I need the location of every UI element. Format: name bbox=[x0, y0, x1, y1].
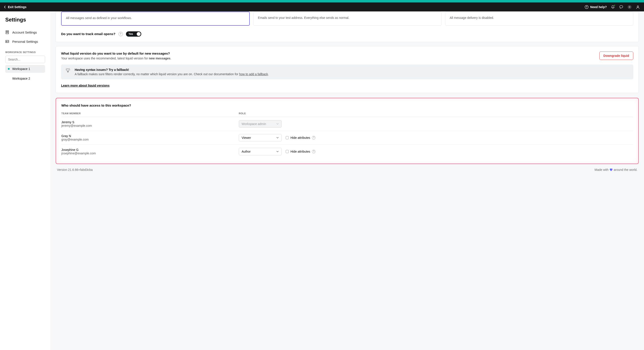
svg-point-10 bbox=[6, 41, 7, 42]
track-email-row: Do you want to track email opens? ? Yes bbox=[61, 31, 633, 37]
exit-settings-label: Exit Settings bbox=[8, 5, 26, 9]
top-teal-bar bbox=[0, 0, 644, 3]
liquid-subtitle: Your workspace uses the recommended, lat… bbox=[61, 57, 171, 60]
inactive-dot-icon bbox=[8, 78, 10, 79]
sidebar-item-personal[interactable]: Personal Settings bbox=[5, 37, 50, 46]
made-prefix: Made with bbox=[594, 168, 610, 171]
member-row: Jeremy S jeremy@example.com Workspace ad… bbox=[61, 117, 633, 131]
sidebar-item-label: Account Settings bbox=[12, 31, 37, 34]
add-fallback-link[interactable]: how to add a fallback bbox=[239, 72, 268, 76]
member-email: gray@example.com bbox=[61, 138, 239, 141]
svg-rect-7 bbox=[6, 32, 7, 33]
col-header-role: ROLE bbox=[239, 112, 282, 115]
hide-attributes-option[interactable]: Hide attributes ? bbox=[286, 150, 316, 153]
sidebar-item-account[interactable]: Account Settings bbox=[5, 28, 50, 37]
chat-button[interactable] bbox=[619, 5, 624, 9]
svg-point-1 bbox=[586, 8, 587, 8]
notifications-button[interactable] bbox=[611, 5, 615, 9]
help-circle-icon bbox=[585, 5, 588, 9]
main-content: All messages send as defined in your wor… bbox=[50, 12, 644, 350]
liquid-sub-suffix: . bbox=[170, 57, 171, 60]
chevron-down-icon bbox=[276, 123, 279, 125]
workspace-label: Workspace 2 bbox=[12, 77, 30, 80]
svg-point-3 bbox=[637, 6, 638, 7]
downgrade-liquid-button[interactable]: Downgrade liquid bbox=[599, 52, 633, 60]
liquid-sub-bold: new messages bbox=[149, 57, 170, 60]
nav-right: Need help? bbox=[585, 5, 640, 9]
top-nav: Exit Settings Need help? bbox=[0, 3, 644, 12]
help-icon[interactable]: ? bbox=[312, 136, 316, 139]
version-text: Version 21.6.66+fabd3cba bbox=[57, 168, 93, 171]
syntax-tip-box: Having syntax issues? Try a fallback! A … bbox=[61, 65, 633, 79]
member-email: jeremy@example.com bbox=[61, 124, 239, 127]
hide-attributes-option[interactable]: Hide attributes ? bbox=[286, 136, 316, 139]
exit-settings-button[interactable]: Exit Settings bbox=[4, 5, 26, 9]
sidebar-workspace-2[interactable]: Workspace 2 bbox=[5, 75, 45, 82]
tip-title: Having syntax issues? Try a fallback! bbox=[75, 68, 269, 72]
workspace-search-input[interactable] bbox=[5, 56, 45, 63]
delivery-card: All messages send as defined in your wor… bbox=[56, 12, 639, 42]
access-card: Who should have access to this workspace… bbox=[56, 98, 639, 164]
chevron-down-icon bbox=[276, 136, 279, 139]
delivery-option-normal[interactable]: All messages send as defined in your wor… bbox=[61, 12, 250, 26]
chevron-left-icon bbox=[4, 6, 6, 9]
footer: Version 21.6.66+fabd3cba Made with aroun… bbox=[56, 164, 639, 172]
role-value: Workspace admin bbox=[242, 122, 266, 126]
id-card-icon bbox=[5, 40, 9, 43]
svg-rect-9 bbox=[6, 40, 9, 43]
role-select-viewer[interactable]: Viewer bbox=[239, 134, 282, 141]
sidebar-workspace-1[interactable]: Workspace 1 bbox=[5, 65, 45, 73]
heart-icon bbox=[610, 168, 613, 171]
hide-attributes-checkbox[interactable] bbox=[286, 136, 289, 139]
learn-liquid-link[interactable]: Learn more about liquid versions bbox=[61, 84, 110, 87]
sidebar-section-label: WORKSPACE SETTINGS bbox=[5, 51, 50, 54]
access-table-header: TEAM MEMBER ROLE bbox=[61, 112, 633, 117]
need-help-label: Need help? bbox=[590, 5, 607, 9]
svg-rect-4 bbox=[6, 31, 9, 34]
profile-button[interactable] bbox=[636, 5, 640, 9]
col-header-member: TEAM MEMBER bbox=[61, 112, 239, 115]
sidebar: Settings Account Settings Personal Setti… bbox=[0, 12, 50, 350]
made-suffix: around the world. bbox=[614, 168, 638, 171]
member-name: Josephine G bbox=[61, 148, 239, 151]
liquid-sub-prefix: Your workspace uses the recommended, lat… bbox=[61, 57, 149, 60]
help-icon[interactable]: ? bbox=[312, 150, 316, 153]
access-title: Who should have access to this workspace… bbox=[61, 103, 633, 107]
workspace-label: Workspace 1 bbox=[12, 67, 30, 71]
delivery-desc: All message delivery is disabled. bbox=[450, 16, 629, 20]
svg-point-2 bbox=[629, 6, 630, 8]
toggle-knob bbox=[137, 32, 141, 36]
hide-attributes-checkbox[interactable] bbox=[286, 150, 289, 153]
track-email-label: Do you want to track email opens? bbox=[61, 32, 116, 36]
role-select-author[interactable]: Author bbox=[239, 148, 282, 155]
svg-rect-6 bbox=[8, 31, 8, 32]
hide-attributes-label: Hide attributes bbox=[290, 136, 310, 139]
active-dot-icon bbox=[8, 68, 10, 70]
liquid-title: What liquid version do you want to use b… bbox=[61, 52, 171, 55]
delivery-option-disabled[interactable]: All message delivery is disabled. bbox=[445, 12, 633, 26]
user-icon bbox=[636, 5, 640, 9]
liquid-card: What liquid version do you want to use b… bbox=[56, 46, 639, 93]
notification-dot bbox=[614, 5, 616, 6]
delivery-option-test[interactable]: Emails send to your test address. Everyt… bbox=[253, 12, 442, 26]
layout: Settings Account Settings Personal Setti… bbox=[0, 12, 644, 350]
need-help-button[interactable]: Need help? bbox=[585, 5, 607, 9]
building-icon bbox=[5, 30, 9, 34]
svg-rect-8 bbox=[8, 32, 8, 33]
settings-gear-button[interactable] bbox=[627, 5, 632, 9]
tip-text-prefix: A fallback makes sure filters render cor… bbox=[75, 72, 239, 76]
made-with-text: Made with around the world. bbox=[594, 168, 638, 171]
role-value: Author bbox=[242, 150, 250, 153]
role-value: Viewer bbox=[242, 136, 251, 139]
delivery-options: All messages send as defined in your wor… bbox=[61, 12, 633, 26]
sidebar-item-label: Personal Settings bbox=[12, 40, 38, 43]
delivery-desc: Emails send to your test address. Everyt… bbox=[258, 16, 437, 20]
toggle-label: Yes bbox=[128, 33, 133, 36]
track-email-toggle[interactable]: Yes bbox=[126, 31, 141, 37]
member-name: Gray N bbox=[61, 134, 239, 138]
member-name: Jeremy S bbox=[61, 120, 239, 124]
help-icon[interactable]: ? bbox=[118, 32, 123, 36]
member-email: josephine@example.com bbox=[61, 151, 239, 155]
tip-text: A fallback makes sure filters render cor… bbox=[75, 72, 269, 76]
hide-attributes-label: Hide attributes bbox=[290, 150, 310, 153]
